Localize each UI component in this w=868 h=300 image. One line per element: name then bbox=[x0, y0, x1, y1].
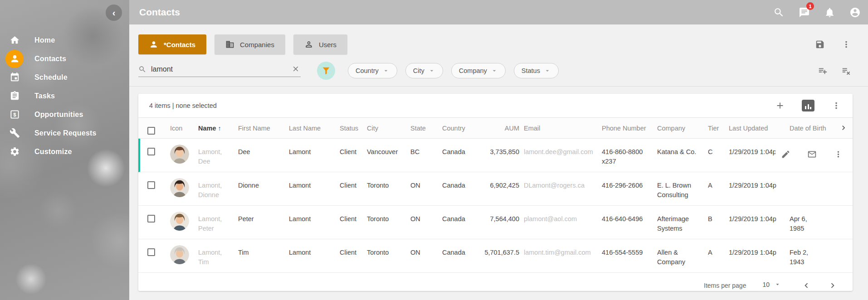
filter-chip-status[interactable]: Status bbox=[514, 63, 559, 78]
column-header-date-of-birth[interactable]: Date of Birth bbox=[790, 118, 827, 138]
tasks-icon bbox=[5, 87, 24, 105]
previous-page-icon[interactable] bbox=[800, 279, 813, 292]
table-row[interactable]: Lamont, DionneDionneLamontClientTorontoO… bbox=[138, 172, 853, 206]
cell-country: Canada bbox=[442, 139, 484, 162]
cell-status: Client bbox=[340, 172, 367, 196]
caret-down-icon bbox=[428, 67, 435, 74]
column-header-company[interactable]: Company bbox=[657, 118, 708, 138]
row-icon-cell bbox=[170, 139, 198, 164]
sidebar-nav: HomeContactsScheduleTasks$OpportunitiesS… bbox=[0, 31, 129, 161]
sidebar-item-tasks[interactable]: Tasks bbox=[0, 87, 129, 105]
topbar-actions: 1 bbox=[772, 5, 862, 19]
column-header-email[interactable]: Email bbox=[524, 118, 602, 138]
add-contact-icon[interactable] bbox=[774, 99, 786, 112]
results-kebab-icon[interactable] bbox=[830, 99, 843, 112]
cell-last-updated: 1/29/2019 1:04p bbox=[729, 172, 790, 196]
cell-last-name: Lamont bbox=[289, 139, 340, 162]
search-filter-row: CountryCityCompanyStatus bbox=[138, 62, 853, 80]
page-title: Contacts bbox=[139, 7, 180, 18]
next-page-icon[interactable] bbox=[826, 279, 839, 292]
sidebar-item-home[interactable]: Home bbox=[0, 31, 129, 49]
column-header-phone-number[interactable]: Phone Number bbox=[602, 118, 657, 138]
pager-arrows bbox=[800, 279, 839, 292]
sidebar-item-customize[interactable]: Customize bbox=[0, 142, 129, 161]
cell-name: Lamont, Dionne bbox=[198, 172, 238, 205]
row-checkbox[interactable] bbox=[147, 248, 155, 256]
column-header-status[interactable]: Status bbox=[340, 118, 367, 138]
search-icon[interactable] bbox=[772, 5, 785, 19]
column-header-last-updated[interactable]: Last Updated bbox=[729, 118, 790, 138]
results-toolbar-actions bbox=[774, 99, 843, 112]
column-header-state[interactable]: State bbox=[410, 118, 442, 138]
sidebar: ‹ HomeContactsScheduleTasks$Opportunitie… bbox=[0, 0, 129, 300]
sidebar-item-opportunities[interactable]: $Opportunities bbox=[0, 105, 129, 124]
account-circle-icon[interactable] bbox=[848, 5, 862, 19]
sidebar-item-schedule[interactable]: Schedule bbox=[0, 68, 129, 87]
avatar bbox=[170, 178, 189, 197]
select-all-checkbox[interactable] bbox=[147, 127, 155, 135]
column-header-aum[interactable]: AUM bbox=[484, 118, 524, 138]
tab-contacts[interactable]: *Contacts bbox=[138, 34, 206, 54]
column-header-country[interactable]: Country bbox=[442, 118, 484, 138]
funnel-icon bbox=[321, 66, 331, 76]
cell-country: Canada bbox=[442, 172, 484, 196]
cell-company: Katana & Co. bbox=[657, 139, 708, 162]
edit-pencil-icon[interactable] bbox=[779, 148, 792, 160]
messages-icon[interactable]: 1 bbox=[797, 5, 811, 19]
playlist-remove-icon[interactable] bbox=[840, 64, 853, 77]
service-requests-icon bbox=[5, 124, 24, 142]
chart-view-toggle-icon[interactable] bbox=[802, 100, 814, 111]
search-input[interactable] bbox=[151, 65, 292, 73]
cell-email: plamont@aol.com bbox=[524, 206, 602, 229]
more-options-kebab-icon[interactable] bbox=[840, 38, 853, 51]
sidebar-collapse-button[interactable]: ‹ bbox=[106, 5, 122, 21]
tab-users[interactable]: Users bbox=[293, 34, 347, 54]
tab-companies[interactable]: Companies bbox=[215, 34, 285, 54]
items-per-page-label: Items per page bbox=[704, 282, 746, 289]
cell-aum: 6,902,425 bbox=[484, 172, 524, 196]
cell-city: Toronto bbox=[367, 206, 410, 229]
header-select-all-cell bbox=[147, 118, 170, 136]
column-header-icon[interactable]: Icon bbox=[170, 118, 198, 138]
cell-date-of-birth: Apr 6, 1985 bbox=[790, 206, 827, 239]
row-select-cell bbox=[147, 139, 170, 157]
sidebar-item-service-requests[interactable]: Service Requests bbox=[0, 124, 129, 142]
row-checkbox[interactable] bbox=[147, 148, 155, 155]
cell-last-name: Lamont bbox=[289, 172, 340, 196]
filter-chip-company[interactable]: Company bbox=[451, 63, 506, 78]
opportunities-icon: $ bbox=[5, 106, 24, 124]
table-row[interactable]: Lamont, PeterPeterLamontClientTorontoONC… bbox=[138, 206, 853, 239]
save-view-icon[interactable] bbox=[814, 38, 826, 51]
column-header-name[interactable]: Name ↑ bbox=[198, 118, 238, 138]
filter-chip-city[interactable]: City bbox=[405, 63, 443, 78]
column-header-last-name[interactable]: Last Name bbox=[289, 118, 340, 138]
schedule-icon bbox=[5, 68, 24, 87]
page-size-select[interactable]: 10 bbox=[759, 280, 782, 291]
results-toolbar: 4 items | none selected bbox=[138, 94, 853, 117]
row-kebab-icon[interactable] bbox=[832, 148, 844, 160]
email-envelope-icon[interactable] bbox=[805, 148, 818, 160]
cell-city: Vancouver bbox=[367, 139, 410, 162]
row-checkbox[interactable] bbox=[147, 215, 155, 223]
scroll-columns-right-button[interactable] bbox=[827, 118, 848, 132]
filter-chip-country[interactable]: Country bbox=[348, 63, 397, 78]
column-header-city[interactable]: City bbox=[367, 118, 410, 138]
cell-tier: C bbox=[708, 139, 729, 162]
table-row[interactable]: Lamont, DeeDeeLamontClientVancouverBCCan… bbox=[138, 139, 853, 172]
content-area: 4 items | none selected IconName ↑First … bbox=[129, 87, 868, 300]
sidebar-item-contacts[interactable]: Contacts bbox=[0, 49, 129, 68]
column-header-tier[interactable]: Tier bbox=[708, 118, 729, 138]
clear-search-icon[interactable] bbox=[292, 65, 301, 74]
filter-funnel-button[interactable] bbox=[317, 62, 335, 80]
cell-phone: 416-296-2606 bbox=[602, 172, 657, 196]
table-header-row: IconName ↑First NameLast NameStatusCityS… bbox=[138, 117, 853, 139]
table-body: Lamont, DeeDeeLamontClientVancouverBCCan… bbox=[138, 139, 853, 273]
table-row[interactable]: Lamont, TimTimLamontClientTorontoONCanad… bbox=[138, 239, 853, 273]
tab-label: Companies bbox=[240, 41, 274, 48]
avatar bbox=[170, 245, 189, 264]
notifications-bell-icon[interactable] bbox=[823, 5, 836, 19]
column-header-first-name[interactable]: First Name bbox=[238, 118, 289, 138]
playlist-add-icon[interactable] bbox=[816, 64, 829, 77]
customize-icon bbox=[5, 143, 24, 161]
row-checkbox[interactable] bbox=[147, 181, 155, 189]
